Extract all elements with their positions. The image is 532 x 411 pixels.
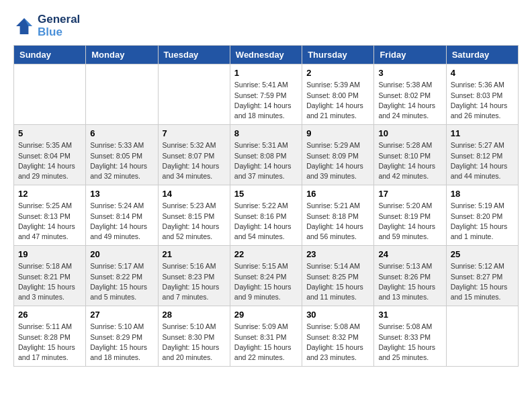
day-header-wednesday: Wednesday xyxy=(230,46,302,64)
calendar-cell: 11Sunrise: 5:27 AM Sunset: 8:12 PM Dayli… xyxy=(446,125,518,185)
calendar-cell: 13Sunrise: 5:24 AM Sunset: 8:14 PM Dayli… xyxy=(86,185,158,246)
cell-day-number: 15 xyxy=(234,189,298,199)
cell-info-text: Sunrise: 5:14 AM Sunset: 8:25 PM Dayligh… xyxy=(306,261,369,302)
cell-info-text: Sunrise: 5:25 AM Sunset: 8:13 PM Dayligh… xyxy=(18,201,81,242)
calendar-cell: 29Sunrise: 5:09 AM Sunset: 8:31 PM Dayli… xyxy=(230,306,302,367)
calendar-cell xyxy=(446,306,518,367)
calendar-cell: 9Sunrise: 5:29 AM Sunset: 8:09 PM Daylig… xyxy=(302,125,374,185)
calendar-cell: 28Sunrise: 5:10 AM Sunset: 8:30 PM Dayli… xyxy=(158,306,230,367)
cell-day-number: 24 xyxy=(378,249,441,259)
cell-day-number: 26 xyxy=(18,310,81,320)
cell-day-number: 31 xyxy=(378,310,441,320)
cell-day-number: 6 xyxy=(90,128,153,138)
cell-day-number: 25 xyxy=(451,249,514,259)
calendar-cell: 30Sunrise: 5:08 AM Sunset: 8:32 PM Dayli… xyxy=(302,306,374,367)
cell-day-number: 8 xyxy=(234,128,298,138)
cell-info-text: Sunrise: 5:10 AM Sunset: 8:29 PM Dayligh… xyxy=(90,322,153,363)
cell-info-text: Sunrise: 5:38 AM Sunset: 8:02 PM Dayligh… xyxy=(378,80,441,121)
calendar-cell: 22Sunrise: 5:15 AM Sunset: 8:24 PM Dayli… xyxy=(230,246,302,306)
cell-info-text: Sunrise: 5:27 AM Sunset: 8:12 PM Dayligh… xyxy=(451,140,514,181)
calendar-cell: 1Sunrise: 5:41 AM Sunset: 7:59 PM Daylig… xyxy=(230,64,302,125)
calendar-cell: 23Sunrise: 5:14 AM Sunset: 8:25 PM Dayli… xyxy=(302,246,374,306)
cell-day-number: 11 xyxy=(451,128,514,138)
cell-info-text: Sunrise: 5:39 AM Sunset: 8:00 PM Dayligh… xyxy=(306,80,369,121)
cell-day-number: 21 xyxy=(163,249,226,259)
calendar-cell: 19Sunrise: 5:18 AM Sunset: 8:21 PM Dayli… xyxy=(14,246,86,306)
cell-day-number: 3 xyxy=(378,68,441,78)
cell-info-text: Sunrise: 5:41 AM Sunset: 7:59 PM Dayligh… xyxy=(234,80,298,121)
cell-info-text: Sunrise: 5:28 AM Sunset: 8:10 PM Dayligh… xyxy=(378,140,441,181)
cell-info-text: Sunrise: 5:13 AM Sunset: 8:26 PM Dayligh… xyxy=(378,261,441,302)
cell-day-number: 10 xyxy=(378,128,441,138)
calendar-cell: 4Sunrise: 5:36 AM Sunset: 8:03 PM Daylig… xyxy=(446,64,518,125)
day-header-monday: Monday xyxy=(86,46,158,64)
cell-day-number: 12 xyxy=(18,189,81,199)
cell-day-number: 29 xyxy=(234,310,298,320)
calendar-cell: 12Sunrise: 5:25 AM Sunset: 8:13 PM Dayli… xyxy=(14,185,86,246)
cell-day-number: 14 xyxy=(163,189,226,199)
cell-info-text: Sunrise: 5:29 AM Sunset: 8:09 PM Dayligh… xyxy=(306,140,369,181)
calendar-cell: 5Sunrise: 5:35 AM Sunset: 8:04 PM Daylig… xyxy=(14,125,86,185)
calendar-week-row: 12Sunrise: 5:25 AM Sunset: 8:13 PM Dayli… xyxy=(14,185,519,246)
cell-day-number: 19 xyxy=(18,249,81,259)
calendar-cell: 10Sunrise: 5:28 AM Sunset: 8:10 PM Dayli… xyxy=(374,125,446,185)
cell-day-number: 13 xyxy=(90,189,153,199)
cell-info-text: Sunrise: 5:31 AM Sunset: 8:08 PM Dayligh… xyxy=(234,140,298,181)
cell-day-number: 28 xyxy=(163,310,226,320)
calendar-cell: 24Sunrise: 5:13 AM Sunset: 8:26 PM Dayli… xyxy=(374,246,446,306)
calendar-cell: 25Sunrise: 5:12 AM Sunset: 8:27 PM Dayli… xyxy=(446,246,518,306)
logo-icon xyxy=(13,15,35,37)
cell-info-text: Sunrise: 5:08 AM Sunset: 8:32 PM Dayligh… xyxy=(306,322,369,363)
cell-info-text: Sunrise: 5:21 AM Sunset: 8:18 PM Dayligh… xyxy=(306,201,369,242)
logo-text-line2: Blue xyxy=(38,26,80,39)
cell-day-number: 20 xyxy=(90,249,153,259)
calendar-cell: 31Sunrise: 5:08 AM Sunset: 8:33 PM Dayli… xyxy=(374,306,446,367)
calendar-cell: 16Sunrise: 5:21 AM Sunset: 8:18 PM Dayli… xyxy=(302,185,374,246)
cell-info-text: Sunrise: 5:09 AM Sunset: 8:31 PM Dayligh… xyxy=(234,322,298,363)
cell-info-text: Sunrise: 5:22 AM Sunset: 8:16 PM Dayligh… xyxy=(234,201,298,242)
cell-day-number: 30 xyxy=(306,310,369,320)
calendar-header-row: SundayMondayTuesdayWednesdayThursdayFrid… xyxy=(14,46,519,64)
logo: General Blue xyxy=(13,13,80,38)
cell-day-number: 18 xyxy=(451,189,514,199)
day-header-saturday: Saturday xyxy=(446,46,518,64)
cell-info-text: Sunrise: 5:33 AM Sunset: 8:05 PM Dayligh… xyxy=(90,140,153,181)
calendar-cell: 14Sunrise: 5:23 AM Sunset: 8:15 PM Dayli… xyxy=(158,185,230,246)
day-header-thursday: Thursday xyxy=(302,46,374,64)
calendar-cell: 15Sunrise: 5:22 AM Sunset: 8:16 PM Dayli… xyxy=(230,185,302,246)
cell-info-text: Sunrise: 5:35 AM Sunset: 8:04 PM Dayligh… xyxy=(18,140,81,181)
page-header: General Blue xyxy=(13,13,519,38)
calendar-cell: 6Sunrise: 5:33 AM Sunset: 8:05 PM Daylig… xyxy=(86,125,158,185)
cell-day-number: 23 xyxy=(306,249,369,259)
cell-day-number: 2 xyxy=(306,68,369,78)
cell-info-text: Sunrise: 5:17 AM Sunset: 8:22 PM Dayligh… xyxy=(90,261,153,302)
cell-day-number: 4 xyxy=(451,68,514,78)
cell-day-number: 5 xyxy=(18,128,81,138)
calendar-cell: 20Sunrise: 5:17 AM Sunset: 8:22 PM Dayli… xyxy=(86,246,158,306)
cell-day-number: 7 xyxy=(163,128,226,138)
cell-day-number: 1 xyxy=(234,68,298,78)
calendar-week-row: 19Sunrise: 5:18 AM Sunset: 8:21 PM Dayli… xyxy=(14,246,519,306)
calendar-table: SundayMondayTuesdayWednesdayThursdayFrid… xyxy=(13,45,519,367)
logo-text-line1: General xyxy=(38,13,80,26)
calendar-cell: 21Sunrise: 5:16 AM Sunset: 8:23 PM Dayli… xyxy=(158,246,230,306)
cell-info-text: Sunrise: 5:24 AM Sunset: 8:14 PM Dayligh… xyxy=(90,201,153,242)
calendar-cell xyxy=(14,64,86,125)
cell-info-text: Sunrise: 5:15 AM Sunset: 8:24 PM Dayligh… xyxy=(234,261,298,302)
cell-day-number: 22 xyxy=(234,249,298,259)
day-header-friday: Friday xyxy=(374,46,446,64)
cell-day-number: 9 xyxy=(306,128,369,138)
calendar-cell: 8Sunrise: 5:31 AM Sunset: 8:08 PM Daylig… xyxy=(230,125,302,185)
cell-day-number: 17 xyxy=(378,189,441,199)
calendar-week-row: 26Sunrise: 5:11 AM Sunset: 8:28 PM Dayli… xyxy=(14,306,519,367)
cell-info-text: Sunrise: 5:12 AM Sunset: 8:27 PM Dayligh… xyxy=(451,261,514,302)
cell-info-text: Sunrise: 5:11 AM Sunset: 8:28 PM Dayligh… xyxy=(18,322,81,363)
calendar-cell xyxy=(158,64,230,125)
cell-day-number: 27 xyxy=(90,310,153,320)
day-header-sunday: Sunday xyxy=(14,46,86,64)
calendar-week-row: 1Sunrise: 5:41 AM Sunset: 7:59 PM Daylig… xyxy=(14,64,519,125)
cell-info-text: Sunrise: 5:32 AM Sunset: 8:07 PM Dayligh… xyxy=(163,140,226,181)
calendar-week-row: 5Sunrise: 5:35 AM Sunset: 8:04 PM Daylig… xyxy=(14,125,519,185)
cell-day-number: 16 xyxy=(306,189,369,199)
cell-info-text: Sunrise: 5:23 AM Sunset: 8:15 PM Dayligh… xyxy=(163,201,226,242)
